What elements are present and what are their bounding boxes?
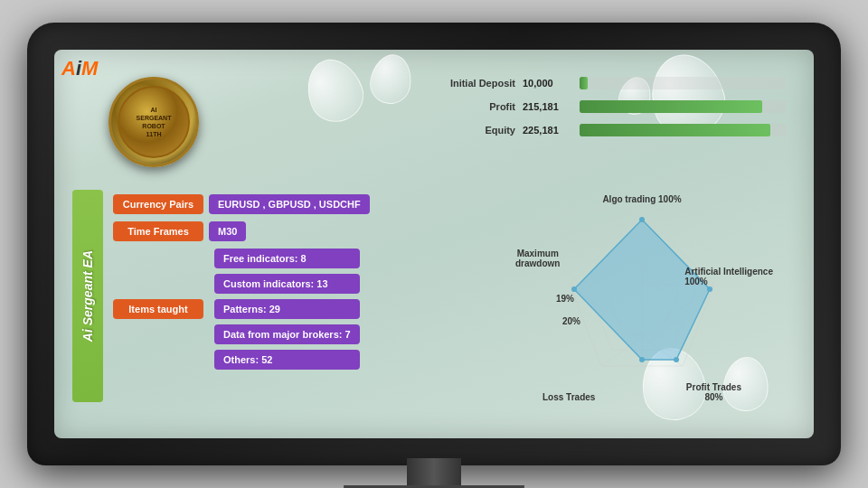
stat-bar-container-equity bbox=[580, 124, 787, 136]
stats-section: Initial Deposit 10,000 Profit 215,181 Eq… bbox=[425, 77, 787, 147]
brokers-data-item: Data from major brokers: 7 bbox=[214, 324, 360, 344]
radar-dot-br bbox=[674, 357, 679, 362]
aim-a: A bbox=[61, 57, 76, 80]
stat-value-deposit: 10,000 bbox=[523, 78, 572, 89]
radar-label-left-val1: 19% bbox=[556, 294, 574, 304]
stat-label-deposit: Initial Deposit bbox=[425, 78, 515, 89]
radar-label-top: Algo trading 100% bbox=[602, 194, 681, 204]
monitor-body: AiM AI SERGEANT ROBOT 11TH bbox=[27, 23, 841, 465]
info-row-items-taught: Items taught Free indicators: 8 Custom i… bbox=[113, 249, 384, 370]
radar-section: Algo trading 100% Artificial Intelligenc… bbox=[524, 194, 760, 411]
radar-label-right: Artificial Intelligence100% bbox=[684, 267, 773, 286]
stat-bar-profit bbox=[580, 100, 762, 113]
aim-m: M bbox=[81, 57, 98, 80]
ea-label: Ai Sergeant EA bbox=[72, 190, 103, 402]
items-taught-group: Free indicators: 8 Custom indicators: 13… bbox=[214, 249, 360, 370]
time-frames-value: M30 bbox=[209, 221, 246, 241]
stat-bar-container-profit bbox=[580, 100, 787, 113]
stat-label-equity: Equity bbox=[425, 125, 515, 136]
currency-pairs-button[interactable]: Currency Pairs bbox=[113, 194, 203, 214]
water-drop-1 bbox=[298, 52, 371, 129]
medal: AI SERGEANT ROBOT 11TH bbox=[108, 77, 199, 167]
medal-text: AI SERGEANT ROBOT 11TH bbox=[137, 106, 172, 138]
radar-dot-bl bbox=[639, 357, 645, 362]
ea-label-text: Ai Sergeant EA bbox=[80, 250, 95, 342]
currency-pairs-value: EURUSD , GBPUSD , USDCHF bbox=[209, 194, 370, 214]
info-section: Currency Pairs EURUSD , GBPUSD , USDCHF … bbox=[113, 194, 384, 377]
aim-logo: AiM bbox=[61, 57, 98, 80]
items-taught-button[interactable]: Items taught bbox=[113, 299, 203, 319]
medal-inner: AI SERGEANT ROBOT 11TH bbox=[118, 86, 190, 158]
radar-label-left: Maximumdrawdown bbox=[515, 249, 560, 268]
radar-shape bbox=[574, 220, 710, 360]
patterns-item: Patterns: 29 bbox=[214, 299, 360, 319]
stat-row-deposit: Initial Deposit 10,000 bbox=[425, 77, 787, 89]
info-row-timeframes: Time Frames M30 bbox=[113, 221, 384, 241]
monitor-container: AiM AI SERGEANT ROBOT 11TH bbox=[18, 9, 850, 479]
water-drop-2 bbox=[367, 52, 416, 108]
stat-bar-container-deposit bbox=[580, 77, 787, 89]
info-row-currency: Currency Pairs EURUSD , GBPUSD , USDCHF bbox=[113, 194, 384, 214]
radar-dot-left bbox=[571, 286, 577, 292]
stat-bar-equity bbox=[580, 124, 770, 136]
radar-label-br: Profit Trades80% bbox=[686, 382, 741, 402]
radar-label-bl: Loss Trades bbox=[542, 392, 595, 402]
stat-row-equity: Equity 225,181 bbox=[425, 124, 787, 136]
time-frames-button[interactable]: Time Frames bbox=[113, 221, 203, 241]
radar-dot-top bbox=[639, 217, 645, 222]
monitor-screen: AiM AI SERGEANT ROBOT 11TH bbox=[54, 50, 814, 438]
stat-value-equity: 225,181 bbox=[523, 125, 572, 136]
medal-circle: AI SERGEANT ROBOT 11TH bbox=[108, 77, 199, 167]
stand-neck bbox=[407, 458, 461, 485]
monitor-stand bbox=[344, 458, 524, 488]
stat-row-profit: Profit 215,181 bbox=[425, 100, 787, 113]
radar-dot-right bbox=[707, 286, 712, 292]
custom-indicators-item: Custom indicators: 13 bbox=[214, 274, 360, 294]
stat-bar-deposit bbox=[580, 77, 588, 89]
stat-value-profit: 215,181 bbox=[523, 101, 572, 112]
radar-label-left-val2: 20% bbox=[562, 316, 580, 326]
others-item: Others: 52 bbox=[214, 350, 360, 370]
free-indicators-item: Free indicators: 8 bbox=[214, 249, 360, 268]
stat-label-profit: Profit bbox=[425, 101, 515, 112]
